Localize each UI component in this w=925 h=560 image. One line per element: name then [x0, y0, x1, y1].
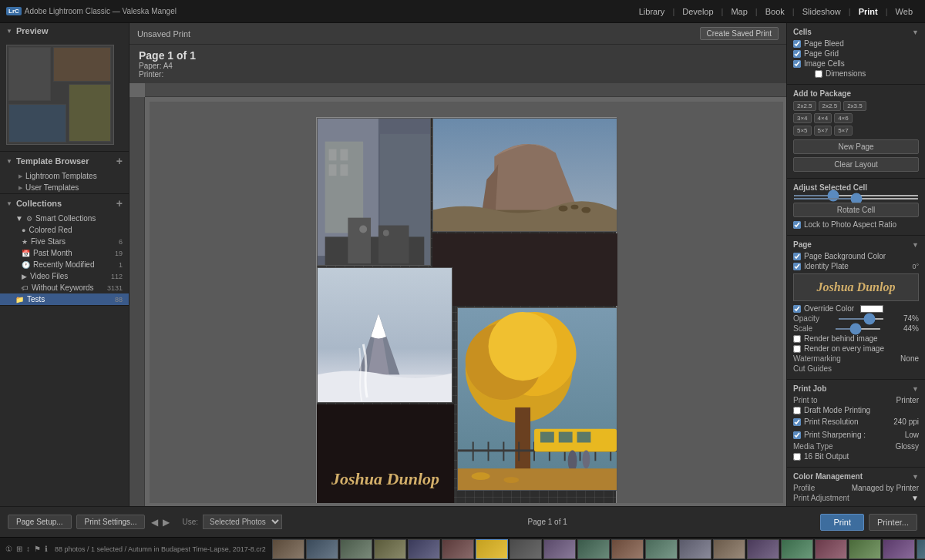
filmstrip-prev-btn[interactable]: ①	[5, 544, 13, 554]
film-thumb-9[interactable]	[543, 539, 576, 559]
lock-aspect-checkbox[interactable]	[793, 221, 801, 229]
print-sharpening-checkbox[interactable]	[793, 431, 801, 439]
print-info: Page 1 of 1 Paper: A4 Printer:	[130, 45, 786, 83]
print-sharpening-row: Print Sharpening : Low	[793, 429, 919, 441]
identity-plate-preview[interactable]: Joshua Dunlop	[793, 273, 919, 301]
nav-develop[interactable]: Develop	[676, 5, 719, 18]
film-thumb-20[interactable]	[917, 539, 925, 559]
five-stars-icon: ★	[22, 238, 28, 246]
pkg-2x35-btn[interactable]: 2x3.5	[843, 101, 866, 111]
colored-red-item[interactable]: ● Colored Red	[0, 224, 129, 236]
identity-plate-label: Identity Plate	[804, 262, 849, 270]
dimensions-checkbox[interactable]	[815, 70, 822, 78]
draft-mode-checkbox[interactable]	[793, 407, 801, 414]
image-cells-checkbox[interactable]	[793, 60, 801, 68]
film-thumb-5[interactable]	[408, 539, 440, 559]
create-saved-button[interactable]: Create Saved Print	[700, 27, 779, 40]
filmstrip-sort-btn[interactable]: ↕	[25, 544, 31, 554]
opacity-slider[interactable]	[838, 318, 884, 320]
print-settings-button[interactable]: Print Settings...	[76, 515, 146, 529]
render-every-checkbox[interactable]	[793, 345, 801, 353]
photo-cell-street	[317, 118, 431, 266]
collections-add-btn[interactable]: +	[116, 197, 123, 210]
film-thumb-13[interactable]	[679, 539, 711, 559]
film-thumb-10[interactable]	[577, 539, 610, 559]
film-thumb-2[interactable]	[306, 539, 338, 559]
color-mgmt-dropdown[interactable]: ▼	[912, 473, 919, 481]
film-thumb-18[interactable]	[849, 539, 881, 559]
pkg-2x25-btn[interactable]: 2x2.5	[793, 101, 816, 111]
page-dropdown-arrow[interactable]: ▼	[912, 241, 919, 249]
tests-item[interactable]: 📁 Tests 88	[0, 293, 129, 305]
clear-layout-btn[interactable]: Clear Layout	[793, 157, 919, 172]
page-header: Page ▼	[793, 240, 919, 249]
nav-book[interactable]: Book	[759, 5, 791, 18]
cells-dropdown-arrow[interactable]: ▼	[912, 29, 919, 36]
dimensions-row: Dimensions	[793, 69, 919, 78]
svg-point-15	[559, 206, 568, 212]
override-color-swatch[interactable]	[860, 305, 883, 313]
pkg-3x4-btn[interactable]: 3×4	[793, 113, 812, 123]
cell-slider2[interactable]	[793, 198, 919, 200]
next-page-btn[interactable]: ▶	[161, 517, 171, 528]
video-files-item[interactable]: ▶ Video Files 112	[0, 270, 129, 282]
pkg-5x5-btn[interactable]: 5×5	[793, 126, 812, 136]
bg-color-checkbox[interactable]	[793, 253, 801, 260]
film-thumb-7-selected[interactable]	[476, 539, 508, 559]
page-grid-checkbox[interactable]	[793, 50, 801, 58]
new-page-btn[interactable]: New Page	[793, 139, 919, 154]
template-browser-header[interactable]: ▼ Template Browser +	[0, 152, 129, 170]
film-thumb-6[interactable]	[442, 539, 474, 559]
filmstrip-flag-btn[interactable]: ⚑	[33, 544, 42, 554]
film-thumb-1[interactable]	[272, 539, 304, 559]
filmstrip-info-btn[interactable]: ℹ	[44, 544, 49, 554]
printer-button[interactable]: Printer...	[869, 514, 917, 531]
film-thumb-4[interactable]	[374, 539, 406, 559]
scale-slider[interactable]	[835, 328, 881, 330]
film-thumb-11[interactable]	[611, 539, 644, 559]
filmstrip-grid-btn[interactable]: ⊞	[15, 544, 23, 554]
film-thumb-3[interactable]	[340, 539, 372, 559]
rotate-cell-btn[interactable]: Rotate Cell	[793, 203, 919, 217]
template-add-btn[interactable]: +	[116, 155, 123, 167]
print-resolution-checkbox[interactable]	[793, 418, 801, 426]
render-behind-checkbox[interactable]	[793, 335, 801, 343]
film-thumb-14[interactable]	[713, 539, 745, 559]
page-bleed-checkbox[interactable]	[793, 40, 801, 48]
nav-print[interactable]: Print	[853, 5, 884, 18]
recently-modified-item[interactable]: 🕐 Recently Modified 1	[0, 259, 129, 270]
prev-page-btn[interactable]: ◀	[150, 517, 160, 528]
identity-plate-checkbox[interactable]	[793, 263, 801, 270]
print-adjustment-dropdown[interactable]: ▼	[911, 494, 919, 502]
nav-slideshow[interactable]: Slideshow	[796, 5, 847, 18]
pkg-4x6-btn[interactable]: 4×6	[834, 113, 853, 123]
pkg-5x7-btn[interactable]: 5×7	[814, 126, 832, 136]
film-thumb-19[interactable]	[883, 539, 915, 559]
nav-map[interactable]: Map	[725, 5, 753, 18]
collections-header[interactable]: ▼ Collections +	[0, 194, 129, 213]
print-button[interactable]: Print	[820, 514, 864, 531]
smart-collections-group[interactable]: ▼ ⚙ Smart Collections	[0, 213, 129, 224]
film-thumb-15[interactable]	[747, 539, 779, 559]
use-dropdown[interactable]: Selected Photos	[203, 515, 282, 529]
pkg-4x4-btn[interactable]: 4×4	[814, 113, 832, 123]
main-layout: ▼ Preview ▼ Template Browser +	[0, 23, 925, 506]
film-thumb-8[interactable]	[510, 539, 542, 559]
nav-web[interactable]: Web	[890, 5, 919, 18]
preview-header[interactable]: ▼ Preview	[0, 23, 129, 39]
page-setup-button[interactable]: Page Setup...	[8, 515, 72, 529]
nav-library[interactable]: Library	[633, 5, 671, 18]
film-thumb-16[interactable]	[781, 539, 813, 559]
lightroom-templates-item[interactable]: ▶ Lightroom Templates	[0, 170, 129, 182]
five-stars-item[interactable]: ★ Five Stars 6	[0, 236, 129, 247]
film-thumb-17[interactable]	[815, 539, 847, 559]
film-thumb-12[interactable]	[645, 539, 678, 559]
override-color-checkbox[interactable]	[793, 305, 801, 313]
bit-output-checkbox[interactable]	[793, 453, 801, 461]
past-month-item[interactable]: 📅 Past Month 19	[0, 247, 129, 259]
pkg-5x7-btn2[interactable]: 5×7	[834, 126, 853, 136]
without-keywords-item[interactable]: 🏷 Without Keywords 3131	[0, 282, 129, 293]
print-job-dropdown-arrow[interactable]: ▼	[912, 385, 919, 393]
pkg-2x25-btn2[interactable]: 2x2.5	[819, 101, 842, 111]
user-templates-item[interactable]: ▶ User Templates	[0, 182, 129, 193]
